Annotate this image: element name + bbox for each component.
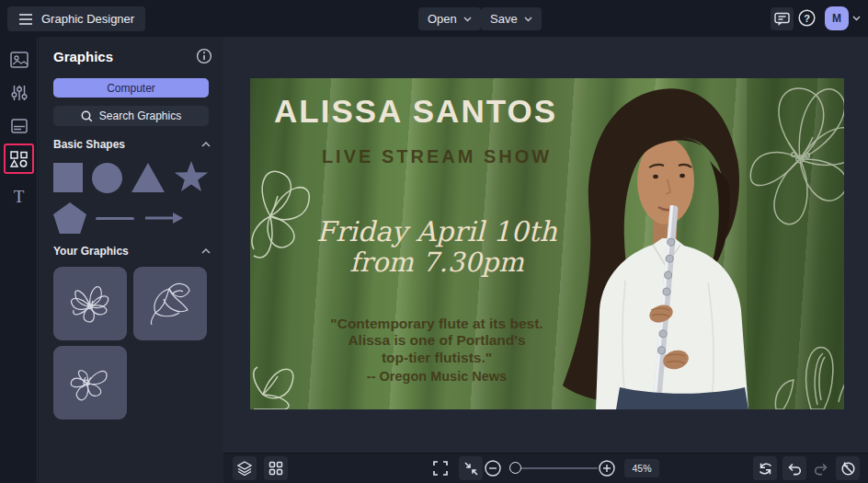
zoom-in-button[interactable]: [595, 456, 619, 480]
save-button[interactable]: Save: [481, 7, 542, 30]
app-menu[interactable]: Graphic Designer: [7, 6, 145, 31]
zoom-level-badge[interactable]: 45%: [624, 459, 659, 477]
poster-subheadline-text[interactable]: LIVE STREAM SHOW: [276, 146, 598, 167]
feedback-icon: [774, 12, 790, 27]
poster-quote-text[interactable]: "Contemporary flute at its best. Alissa …: [294, 316, 579, 385]
computer-button[interactable]: Computer: [53, 78, 209, 98]
templates-icon: [9, 116, 29, 136]
shapes-icon: [8, 149, 29, 169]
top-bar: Graphic Designer Open Save ? M: [0, 0, 868, 37]
help-button[interactable]: ?: [797, 8, 817, 28]
layers-icon: [236, 460, 253, 477]
zoom-slider-track[interactable]: [511, 467, 598, 469]
feedback-button[interactable]: [771, 7, 794, 30]
graphic-thumb-magnolia-2[interactable]: [133, 267, 207, 340]
workspace: ALISSA SANTOS LIVE STREAM SHOW Friday Ap…: [223, 37, 868, 483]
app-title: Graphic Designer: [41, 12, 134, 26]
redo-button[interactable]: [809, 456, 833, 480]
zoom-in-icon: [598, 459, 616, 477]
help-icon: ?: [797, 8, 817, 28]
info-icon[interactable]: [196, 48, 212, 64]
chevron-down-icon: [524, 17, 532, 22]
sidebar-item-text[interactable]: T: [0, 183, 38, 211]
revert-button[interactable]: [836, 456, 860, 480]
chevron-up-icon: [201, 248, 211, 254]
chevron-down-icon: [463, 17, 472, 22]
chevron-up-icon: [201, 142, 211, 147]
sidebar-item-templates[interactable]: [0, 112, 38, 140]
grid-view-button[interactable]: [264, 456, 288, 480]
svg-text:?: ?: [804, 13, 810, 24]
panel-title: Graphics: [53, 49, 113, 64]
sidebar-item-adjustments[interactable]: [0, 79, 38, 107]
canvas-toolbar: 45%: [223, 453, 868, 483]
fullscreen-button[interactable]: [428, 456, 452, 480]
shape-square[interactable]: [53, 163, 83, 192]
images-icon: [9, 50, 29, 70]
design-canvas[interactable]: ALISSA SANTOS LIVE STREAM SHOW Friday Ap…: [250, 78, 844, 409]
undo-button[interactable]: [782, 456, 806, 480]
account-chevron-icon[interactable]: [852, 16, 861, 21]
shape-star[interactable]: [174, 161, 209, 194]
magnolia-flower-icon: [62, 275, 119, 332]
shape-circle[interactable]: [92, 163, 122, 193]
search-graphics-button[interactable]: Search Graphics: [53, 106, 209, 126]
shape-line[interactable]: [96, 217, 134, 220]
hamburger-icon: [18, 13, 33, 26]
avatar[interactable]: M: [825, 6, 849, 30]
your-graphics-section-header[interactable]: Your Graphics: [53, 245, 211, 258]
adjustments-icon: [9, 83, 29, 103]
sidebar-item-images[interactable]: [0, 46, 38, 74]
layers-button[interactable]: [233, 456, 257, 480]
text-icon: T: [14, 187, 25, 207]
fullscreen-icon: [432, 460, 449, 477]
sync-icon: [758, 461, 773, 477]
magnolia-bud-icon: [142, 275, 199, 332]
tool-rail: T: [0, 37, 38, 483]
graphics-panel: Graphics Computer Search Graphics Basic …: [39, 37, 223, 483]
graphic-thumb-magnolia-1[interactable]: [53, 267, 127, 340]
search-icon: [81, 110, 93, 122]
undo-icon: [786, 462, 803, 476]
fit-screen-icon: [463, 461, 479, 477]
basic-shapes-section-header[interactable]: Basic Shapes: [53, 138, 211, 151]
sync-button[interactable]: [753, 456, 777, 480]
zoom-out-button[interactable]: [481, 456, 505, 480]
poster-date-text[interactable]: Friday April 10th from 7.30pm: [267, 216, 607, 277]
magnolia-open-icon: [62, 354, 119, 411]
shape-pentagon[interactable]: [53, 202, 86, 234]
open-button[interactable]: Open: [418, 7, 481, 30]
poster-headline-text[interactable]: ALISSA SANTOS: [274, 93, 605, 130]
grid-view-icon: [268, 461, 283, 476]
zoom-slider-handle[interactable]: [509, 462, 521, 474]
shape-arrow[interactable]: [143, 212, 184, 224]
zoom-out-icon: [484, 459, 502, 477]
fit-screen-button[interactable]: [459, 456, 483, 480]
shape-triangle[interactable]: [131, 163, 165, 192]
sidebar-item-shapes[interactable]: [4, 144, 34, 174]
revert-icon: [840, 461, 856, 477]
redo-icon: [813, 462, 829, 476]
graphic-thumb-magnolia-3[interactable]: [53, 346, 127, 420]
